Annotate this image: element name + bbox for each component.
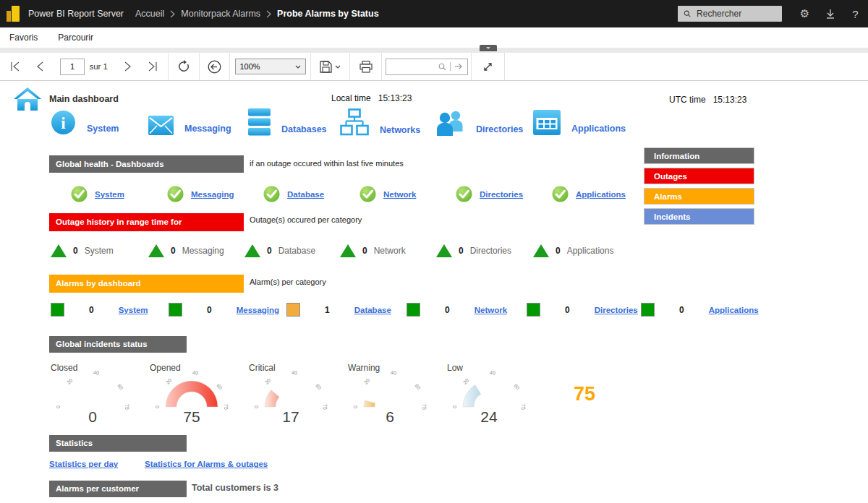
home-icon[interactable] — [13, 87, 42, 116]
section-alarms-per-customer: Alarms per customer — [49, 481, 187, 497]
check-circle-icon — [263, 186, 280, 202]
zoom-select[interactable]: 100% — [235, 59, 306, 74]
svg-text:0: 0 — [452, 405, 457, 408]
alarm-count: 0 — [679, 305, 684, 315]
health-link-system[interactable]: System — [95, 190, 124, 199]
check-circle-icon — [359, 186, 376, 202]
triangle-up-icon — [533, 244, 549, 257]
menu-parcourir[interactable]: Parcourir — [58, 33, 93, 43]
section-global-health: Global health - Dashboards — [49, 155, 244, 173]
total-customers-text: Total customers is 3 — [192, 483, 278, 493]
page-number-input[interactable] — [60, 59, 85, 75]
info-icon: i — [51, 110, 76, 135]
alarm-count: 0 — [565, 305, 570, 315]
gauge-chart: 02040607524 — [438, 374, 540, 430]
arrow-right-icon — [454, 63, 463, 70]
next-page-icon — [124, 61, 131, 72]
svg-text:40: 40 — [192, 370, 199, 376]
alarms-note: Alarm(s) per category — [250, 278, 326, 286]
gauge-opened: Opened 02040607575 — [141, 363, 242, 430]
alarm-link-directories[interactable]: Directories — [595, 306, 638, 314]
save-button[interactable] — [311, 53, 350, 80]
collapse-handle[interactable] — [480, 45, 497, 51]
utc-time-label: UTC time — [669, 95, 706, 105]
alarm-count: 0 — [89, 305, 94, 315]
svg-text:75: 75 — [224, 404, 229, 410]
gauge-chart: 0204060756 — [339, 374, 441, 430]
health-item: Database — [263, 186, 324, 202]
legend-information: Information — [644, 147, 754, 164]
site-search-input[interactable] — [695, 8, 776, 20]
network-icon — [340, 108, 369, 137]
category-link-directories[interactable]: Directories — [476, 124, 523, 136]
health-link-messaging[interactable]: Messaging — [191, 190, 234, 199]
check-circle-icon — [552, 186, 569, 202]
category-link-messaging[interactable]: Messaging — [184, 124, 231, 135]
first-page-button[interactable] — [10, 61, 21, 72]
svg-text:i: i — [61, 114, 66, 132]
alarm-status-square — [169, 303, 182, 317]
find-in-report-field[interactable] — [386, 59, 468, 75]
outage-label: Network — [374, 246, 406, 256]
zoom-value: 100% — [240, 62, 260, 71]
next-page-button[interactable] — [124, 61, 131, 72]
last-page-button[interactable] — [147, 61, 158, 72]
svg-text:75: 75 — [422, 404, 427, 410]
svg-text:75: 75 — [124, 404, 129, 410]
refresh-icon — [177, 60, 190, 73]
alarm-link-messaging[interactable]: Messaging — [237, 306, 279, 314]
statistics-alarms-outages-link[interactable]: Statistics for Alarms & outages — [145, 460, 268, 468]
section-incidents: Global incidents status — [49, 336, 187, 353]
find-in-report-input[interactable] — [391, 61, 435, 72]
category-messaging: Messaging — [148, 116, 231, 135]
svg-text:40: 40 — [93, 370, 100, 376]
outage-item: 0 Database — [244, 244, 315, 257]
outage-count: 0 — [73, 246, 78, 256]
topbar-actions: ⚙ ? — [678, 0, 868, 27]
statistics-per-day-link[interactable]: Statistics per day — [49, 460, 118, 468]
database-icon — [248, 108, 271, 136]
svg-text:0: 0 — [88, 408, 97, 425]
expand-icon — [482, 61, 493, 72]
category-link-databases[interactable]: Databases — [281, 124, 327, 136]
help-button[interactable]: ? — [843, 0, 868, 27]
alarm-link-applications[interactable]: Applications — [709, 306, 759, 314]
alarm-link-system[interactable]: System — [119, 306, 148, 314]
health-link-database[interactable]: Database — [287, 190, 324, 199]
health-link-applications[interactable]: Applications — [576, 190, 626, 199]
outage-count: 0 — [556, 246, 561, 256]
site-search-box[interactable] — [678, 6, 782, 22]
breadcrumb-item-monitorpack-alarms[interactable]: Monitorpack Alarms — [181, 9, 260, 19]
health-item: Messaging — [167, 186, 234, 202]
category-link-applications[interactable]: Applications — [571, 124, 626, 135]
report-canvas: Main dashboard Local time 15:13:23 UTC t… — [0, 81, 868, 503]
check-circle-icon — [167, 186, 184, 202]
health-link-network[interactable]: Network — [383, 190, 416, 199]
category-link-networks[interactable]: Networks — [380, 125, 420, 137]
svg-text:60: 60 — [315, 383, 322, 391]
alarm-link-database[interactable]: Database — [354, 306, 391, 314]
download-button[interactable] — [817, 0, 843, 27]
alarm-link-network[interactable]: Network — [475, 306, 507, 314]
outage-label: Applications — [567, 246, 614, 256]
help-icon: ? — [852, 8, 858, 20]
divider — [450, 62, 451, 71]
refresh-button[interactable] — [169, 53, 200, 80]
alarm-status-square — [51, 303, 64, 317]
find-group — [382, 53, 472, 80]
back-button[interactable] — [200, 53, 230, 80]
settings-button[interactable]: ⚙ — [792, 0, 817, 27]
category-link-system[interactable]: System — [87, 124, 119, 135]
alarm-item: 0 Network — [407, 303, 507, 317]
expand-button[interactable] — [472, 53, 505, 80]
health-link-directories[interactable]: Directories — [480, 190, 523, 199]
category-system: i System — [51, 110, 119, 135]
prev-page-button[interactable] — [37, 61, 43, 72]
breadcrumb: Accueil Monitorpack Alarms Probe Alarms … — [135, 9, 379, 19]
breadcrumb-item-accueil[interactable]: Accueil — [135, 9, 164, 19]
alarm-item: 0 Applications — [641, 303, 759, 317]
svg-text:60: 60 — [116, 383, 124, 391]
first-page-icon — [10, 61, 21, 72]
menu-favoris[interactable]: Favoris — [9, 33, 38, 43]
print-button[interactable] — [350, 53, 382, 80]
